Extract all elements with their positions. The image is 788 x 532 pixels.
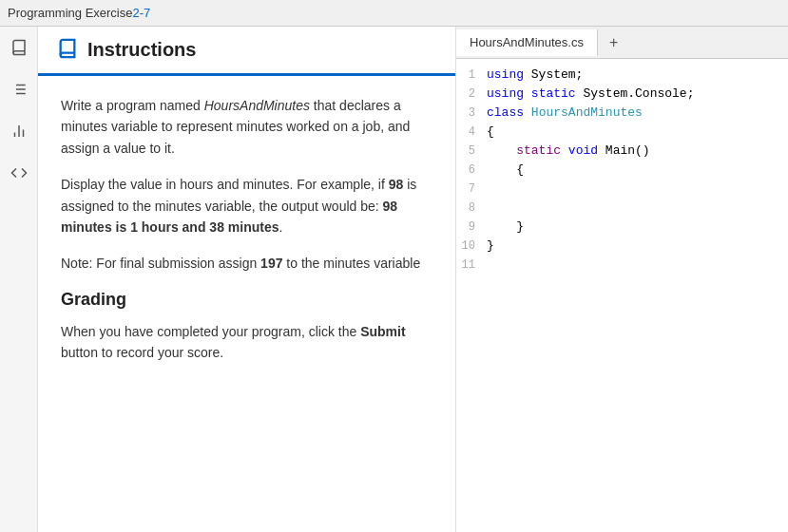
- code-line: 10}: [456, 238, 788, 256]
- title-number: 2-7: [133, 6, 151, 20]
- line-number: 10: [456, 238, 487, 253]
- line-number: 3: [456, 105, 487, 120]
- line-number: 1: [456, 67, 487, 82]
- line-content: }: [487, 219, 788, 234]
- instructions-title: Instructions: [87, 39, 196, 61]
- line-content: using System;: [487, 67, 788, 82]
- code-line: 7: [456, 180, 788, 200]
- code-tabs: HoursAndMinutes.cs +: [456, 27, 788, 59]
- code-tab-hoursandminutes[interactable]: HoursAndMinutes.cs: [456, 29, 598, 56]
- example-output: 98 minutes is 1 hours and 38 minutes: [61, 199, 397, 235]
- code-line: 1using System;: [456, 66, 788, 86]
- code-line: 3class HoursAndMinutes: [456, 104, 788, 124]
- line-content: static void Main(): [487, 143, 788, 158]
- submit-reference: Submit: [360, 324, 405, 339]
- sidebar: [0, 27, 38, 532]
- line-content: using static System.Console;: [487, 86, 788, 101]
- line-number: 8: [456, 200, 487, 215]
- instruction-paragraph-2: Display the value in hours and minutes. …: [61, 174, 432, 238]
- code-line: 4{: [456, 124, 788, 142]
- code-line: 6 {: [456, 162, 788, 180]
- title-bar: Programming Exercise 2-7: [0, 0, 788, 27]
- code-line: 9 }: [456, 218, 788, 238]
- instruction-paragraph-3: Note: For final submission assign 197 to…: [61, 253, 432, 274]
- line-content: class HoursAndMinutes: [487, 105, 788, 120]
- instructions-body: Write a program named HoursAndMinutes th…: [38, 76, 455, 532]
- line-number: 4: [456, 124, 487, 139]
- line-number: 7: [456, 181, 487, 196]
- main-layout: Instructions Write a program named Hours…: [0, 27, 788, 532]
- line-content: [487, 200, 788, 215]
- code-editor[interactable]: 1using System;2using static System.Conso…: [456, 59, 788, 532]
- title-prefix: Programming Exercise: [8, 6, 133, 20]
- code-line: 5 static void Main(): [456, 142, 788, 162]
- list-icon[interactable]: [6, 76, 32, 103]
- line-content: {: [487, 124, 788, 139]
- code-line: 2using static System.Console;: [456, 86, 788, 104]
- line-number: 6: [456, 162, 487, 177]
- grading-heading: Grading: [61, 290, 432, 310]
- line-content: [487, 181, 788, 196]
- instruction-paragraph-1: Write a program named HoursAndMinutes th…: [61, 95, 432, 159]
- line-number: 11: [456, 257, 487, 272]
- code-line: 8: [456, 200, 788, 218]
- example-value: 98: [389, 177, 404, 192]
- chart-icon[interactable]: [6, 118, 32, 144]
- line-content: [487, 257, 788, 272]
- instructions-book-icon: [57, 38, 78, 62]
- code-line: 11: [456, 256, 788, 276]
- line-number: 9: [456, 219, 487, 234]
- code-icon[interactable]: [6, 160, 32, 186]
- instructions-header: Instructions: [38, 27, 455, 76]
- book-icon[interactable]: [6, 34, 32, 61]
- final-value: 197: [260, 256, 282, 271]
- line-number: 2: [456, 86, 487, 101]
- program-name: HoursAndMinutes: [204, 98, 310, 113]
- grading-paragraph: When you have completed your program, cl…: [61, 321, 432, 364]
- line-content: {: [487, 162, 788, 177]
- code-panel: HoursAndMinutes.cs + 1using System;2usin…: [456, 27, 788, 532]
- line-content: }: [487, 238, 788, 253]
- line-number: 5: [456, 143, 487, 158]
- instructions-panel: Instructions Write a program named Hours…: [38, 27, 456, 532]
- add-tab-button[interactable]: +: [598, 28, 629, 57]
